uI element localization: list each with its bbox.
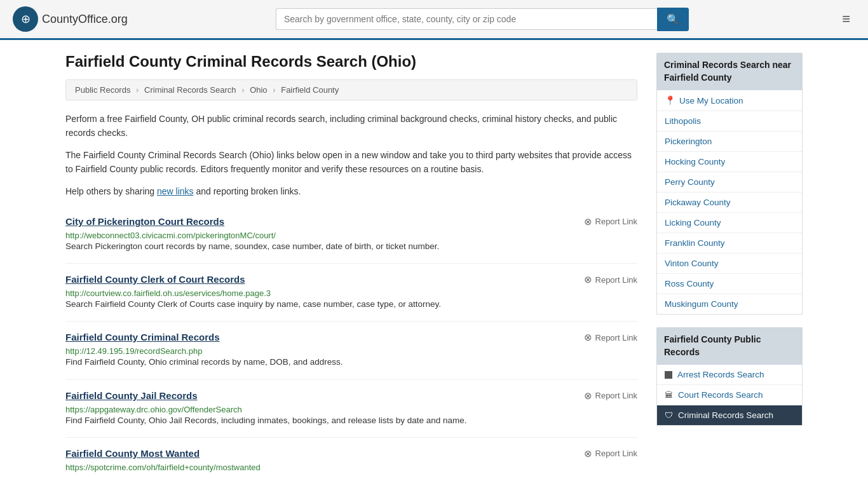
nearby-link-text-6[interactable]: Franklin County: [665, 238, 725, 248]
record-url-2[interactable]: http://12.49.195.19/recordSearch.php: [65, 346, 202, 356]
breadcrumb: Public Records › Criminal Records Search…: [65, 79, 637, 100]
nearby-link-text-2[interactable]: Hocking County: [665, 157, 725, 166]
logo-area: ⊕ CountyOffice.org: [13, 6, 128, 32]
nearby-link-0[interactable]: Lithopolis: [657, 111, 802, 132]
nearby-link-text-5[interactable]: Licking County: [665, 218, 721, 227]
record-desc-2: Find Fairfield County, Ohio criminal rec…: [65, 356, 637, 369]
breadcrumb-public-records[interactable]: Public Records: [75, 85, 130, 95]
menu-button[interactable]: ≡: [837, 8, 855, 30]
public-record-item-2[interactable]: 🛡 Criminal Records Search: [657, 405, 802, 425]
nearby-link-4[interactable]: Pickaway County: [657, 193, 802, 213]
record-url-4[interactable]: https://spotcrime.com/oh/fairfield+count…: [65, 463, 261, 472]
breadcrumb-ohio[interactable]: Ohio: [250, 85, 267, 95]
public-records-section: Fairfield County Public Records Arrest R…: [656, 327, 803, 426]
report-icon: ⊗: [584, 390, 592, 402]
search-input[interactable]: [276, 8, 657, 30]
breadcrumb-fairfield-county[interactable]: Fairfield County: [281, 85, 339, 95]
record-desc-0: Search Pickerington court records by nam…: [65, 240, 637, 253]
new-links[interactable]: new links: [157, 186, 194, 196]
report-link-2[interactable]: ⊗ Report Link: [584, 332, 637, 343]
nearby-link-9[interactable]: Muskingum County: [657, 294, 802, 314]
public-records-header: Fairfield County Public Records: [656, 327, 803, 365]
shield-icon: 🛡: [665, 410, 673, 420]
report-icon: ⊗: [584, 332, 592, 343]
record-title-3[interactable]: Fairfield County Jail Records: [65, 390, 198, 401]
public-record-link-0[interactable]: Arrest Records Search: [677, 370, 764, 379]
logo-icon: ⊕: [13, 6, 38, 32]
record-title-0[interactable]: City of Pickerington Court Records: [65, 216, 224, 227]
square-icon: [665, 371, 672, 379]
report-icon: ⊗: [584, 448, 592, 459]
breadcrumb-criminal-records-search[interactable]: Criminal Records Search: [144, 85, 236, 95]
nearby-link-text-3[interactable]: Perry County: [665, 177, 715, 187]
public-record-item-0[interactable]: Arrest Records Search: [657, 365, 802, 385]
record-item: Fairfield County Jail Records ⊗ Report L…: [65, 379, 637, 437]
record-title-2[interactable]: Fairfield County Criminal Records: [65, 332, 220, 342]
page-title: Fairfield County Criminal Records Search…: [65, 53, 637, 71]
record-desc-1: Search Fairfield County Clerk of Courts …: [65, 298, 637, 311]
nearby-link-text-1[interactable]: Pickerington: [665, 137, 712, 146]
site-header: ⊕ CountyOffice.org 🔍 ≡: [0, 0, 868, 40]
record-item: Fairfield County Most Wanted ⊗ Report Li…: [65, 437, 637, 482]
records-list: City of Pickerington Court Records ⊗ Rep…: [65, 206, 637, 482]
description-2: The Fairfield County Criminal Records Se…: [65, 148, 637, 177]
record-title-4[interactable]: Fairfield County Most Wanted: [65, 448, 200, 459]
public-record-link-2[interactable]: Criminal Records Search: [678, 410, 773, 420]
description-1: Perform a free Fairfield County, OH publ…: [65, 112, 637, 140]
nearby-link-text-7[interactable]: Vinton County: [665, 259, 719, 268]
nearby-link-6[interactable]: Franklin County: [657, 233, 802, 254]
nearby-link-8[interactable]: Ross County: [657, 274, 802, 294]
location-icon: 📍: [665, 95, 675, 105]
main-container: Fairfield County Criminal Records Search…: [53, 40, 815, 488]
report-icon: ⊗: [584, 274, 592, 285]
nearby-link-text-8[interactable]: Ross County: [665, 279, 714, 288]
nearby-link-text-9[interactable]: Muskingum County: [665, 299, 738, 309]
description-3: Help others by sharing new links and rep…: [65, 184, 637, 198]
public-record-link-1[interactable]: Court Records Search: [678, 390, 763, 400]
nearby-section: Criminal Records Search near Fairfield C…: [656, 53, 803, 315]
record-item: Fairfield County Criminal Records ⊗ Repo…: [65, 321, 637, 379]
report-link-3[interactable]: ⊗ Report Link: [584, 390, 637, 402]
content-area: Fairfield County Criminal Records Search…: [65, 53, 637, 482]
nearby-links-container: LithopolisPickeringtonHocking CountyPerr…: [657, 111, 802, 314]
logo-text: CountyOffice.org: [42, 13, 128, 26]
nearby-header: Criminal Records Search near Fairfield C…: [656, 53, 803, 90]
nearby-items: 📍 Use My Location LithopolisPickerington…: [656, 90, 803, 315]
search-button[interactable]: 🔍: [657, 8, 689, 31]
report-icon: ⊗: [584, 216, 592, 227]
nearby-link-text-0[interactable]: Lithopolis: [665, 116, 701, 126]
nearby-link-1[interactable]: Pickerington: [657, 132, 802, 152]
nearby-link-2[interactable]: Hocking County: [657, 152, 802, 172]
building-icon: 🏛: [665, 390, 673, 400]
use-my-location[interactable]: 📍 Use My Location: [657, 90, 802, 111]
sidebar: Criminal Records Search near Fairfield C…: [656, 53, 803, 482]
record-item: Fairfield County Clerk of Court Records …: [65, 263, 637, 321]
record-item: City of Pickerington Court Records ⊗ Rep…: [65, 206, 637, 263]
public-records-items: Arrest Records Search 🏛 Court Records Se…: [656, 365, 803, 426]
nearby-link-3[interactable]: Perry County: [657, 172, 802, 193]
record-desc-3: Find Fairfield County, Ohio Jail Records…: [65, 414, 637, 427]
nearby-link-5[interactable]: Licking County: [657, 213, 802, 233]
report-link-1[interactable]: ⊗ Report Link: [584, 274, 637, 285]
public-record-item-1[interactable]: 🏛 Court Records Search: [657, 385, 802, 405]
nearby-link-7[interactable]: Vinton County: [657, 254, 802, 274]
record-url-3[interactable]: https://appgateway.drc.ohio.gov/Offender…: [65, 405, 242, 414]
record-url-1[interactable]: http://courtview.co.fairfield.oh.us/eser…: [65, 288, 271, 298]
record-url-0[interactable]: http://webconnect03.civicacmi.com/picker…: [65, 231, 276, 240]
report-link-0[interactable]: ⊗ Report Link: [584, 216, 637, 227]
report-link-4[interactable]: ⊗ Report Link: [584, 448, 637, 459]
search-area: 🔍: [276, 8, 689, 31]
nearby-link-text-4[interactable]: Pickaway County: [665, 198, 731, 207]
record-title-1[interactable]: Fairfield County Clerk of Court Records: [65, 274, 245, 285]
